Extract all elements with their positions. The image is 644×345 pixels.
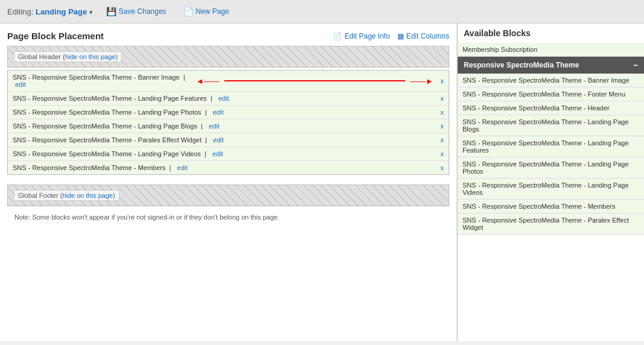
arrow-line (224, 80, 405, 81)
block-edit-link[interactable]: edit (209, 122, 219, 130)
new-page-button[interactable]: 📄 New Page (180, 5, 233, 18)
avail-block-item[interactable]: SNS - Responsive SpectroMedia Theme - Me… (458, 200, 644, 214)
avail-section-header: Responsive SpectroMedia Theme − (458, 57, 644, 74)
avail-block-item[interactable]: SNS - Responsive SpectroMedia Theme - La… (458, 136, 644, 157)
toolbar: Editing: Landing Page ▾ 💾 Save Changes 📄… (0, 0, 644, 24)
avail-block-item[interactable]: SNS - Responsive SpectroMedia Theme - Ba… (458, 74, 644, 87)
right-panel: Available Blocks Membership Subscription… (457, 24, 644, 341)
block-edit-link[interactable]: edit (213, 136, 224, 144)
hide-footer-link[interactable]: hide on this page (62, 192, 113, 199)
block-remove-btn[interactable]: x (441, 122, 444, 130)
block-name: SNS - Responsive SpectroMedia Theme - Ba… (13, 74, 194, 88)
avail-block-item[interactable]: SNS - Responsive SpectroMedia Theme - La… (458, 179, 644, 200)
avail-block-item[interactable]: SNS - Responsive SpectroMedia Theme - La… (458, 157, 644, 179)
block-name: SNS - Responsive SpectroMedia Theme - La… (13, 109, 436, 116)
available-blocks-title: Available Blocks (458, 24, 644, 43)
avail-block-item[interactable]: SNS - Responsive SpectroMedia Theme - He… (458, 101, 644, 115)
block-row[interactable]: SNS - Responsive SpectroMedia Theme - Pa… (8, 133, 449, 147)
arrow-left-icon: ◄—— (196, 77, 219, 86)
spacer (7, 177, 449, 185)
block-name: SNS - Responsive SpectroMedia Theme - La… (13, 95, 436, 102)
edit-page-info-link[interactable]: 📄 Edit Page Info (333, 32, 390, 40)
global-footer-area: Global Footer (hide on this page) (7, 185, 449, 206)
bottom-note: Note: Some blocks won't appear if you're… (7, 209, 449, 226)
membership-subscription-item[interactable]: Membership Subscription (458, 43, 644, 57)
collapse-button[interactable]: − (633, 60, 638, 70)
block-remove-btn[interactable]: x (441, 136, 444, 144)
avail-block-item[interactable]: SNS - Responsive SpectroMedia Theme - La… (458, 115, 644, 136)
block-row[interactable]: SNS - Responsive SpectroMedia Theme - La… (8, 119, 449, 133)
block-row[interactable]: SNS - Responsive SpectroMedia Theme - Ba… (8, 71, 449, 92)
global-header-label: Global Header (hide on this page) (14, 51, 122, 62)
block-name: SNS - Responsive SpectroMedia Theme - Me… (13, 164, 436, 171)
editing-label: Editing: Landing Page ▾ (7, 7, 93, 16)
block-remove-btn[interactable]: x (441, 77, 444, 84)
block-row[interactable]: SNS - Responsive SpectroMedia Theme - La… (8, 147, 449, 161)
header-actions: 📄 Edit Page Info ▦ Edit Columns (333, 32, 449, 40)
avail-block-item[interactable]: SNS - Responsive SpectroMedia Theme - Fo… (458, 87, 644, 101)
avail-block-item[interactable]: SNS - Responsive SpectroMedia Theme - Pa… (458, 214, 644, 235)
arrow-right-icon: ——► (410, 77, 434, 86)
block-row[interactable]: SNS - Responsive SpectroMedia Theme - Me… (8, 161, 449, 174)
page-name: Landing Page (36, 7, 87, 16)
block-row[interactable]: SNS - Responsive SpectroMedia Theme - La… (8, 106, 449, 119)
block-remove-btn[interactable]: x (441, 95, 444, 102)
new-page-icon: 📄 (183, 7, 194, 16)
block-row[interactable]: SNS - Responsive SpectroMedia Theme - La… (8, 92, 449, 106)
block-edit-link[interactable]: edit (212, 150, 223, 157)
block-edit-link[interactable]: edit (15, 81, 26, 88)
block-remove-btn[interactable]: x (441, 109, 444, 116)
dropdown-arrow[interactable]: ▾ (89, 8, 93, 16)
blocks-container: SNS - Responsive SpectroMedia Theme - Ba… (7, 70, 449, 175)
global-footer-label: Global Footer (hide on this page) (14, 190, 119, 201)
block-remove-btn[interactable]: x (441, 150, 444, 157)
block-edit-link[interactable]: edit (177, 164, 188, 171)
edit-page-icon: 📄 (333, 32, 342, 40)
save-icon: 💾 (106, 7, 116, 16)
panel-header: Page Block Placement 📄 Edit Page Info ▦ … (7, 31, 449, 41)
main-content: Page Block Placement 📄 Edit Page Info ▦ … (0, 24, 644, 341)
block-remove-btn[interactable]: x (441, 164, 444, 171)
block-name: SNS - Responsive SpectroMedia Theme - La… (13, 122, 436, 130)
edit-columns-link[interactable]: ▦ Edit Columns (397, 32, 449, 40)
save-changes-button[interactable]: 💾 Save Changes (103, 5, 170, 18)
block-name: SNS - Responsive SpectroMedia Theme - La… (13, 150, 436, 157)
block-name: SNS - Responsive SpectroMedia Theme - Pa… (13, 136, 436, 144)
hide-header-link[interactable]: hide on this page (65, 53, 116, 60)
block-edit-link[interactable]: edit (213, 109, 224, 116)
panel-title: Page Block Placement (7, 31, 104, 41)
block-edit-link[interactable]: edit (218, 95, 229, 102)
edit-columns-icon: ▦ (397, 32, 404, 40)
left-panel: Page Block Placement 📄 Edit Page Info ▦ … (0, 24, 457, 341)
global-header-area: Global Header (hide on this page) (7, 46, 449, 68)
